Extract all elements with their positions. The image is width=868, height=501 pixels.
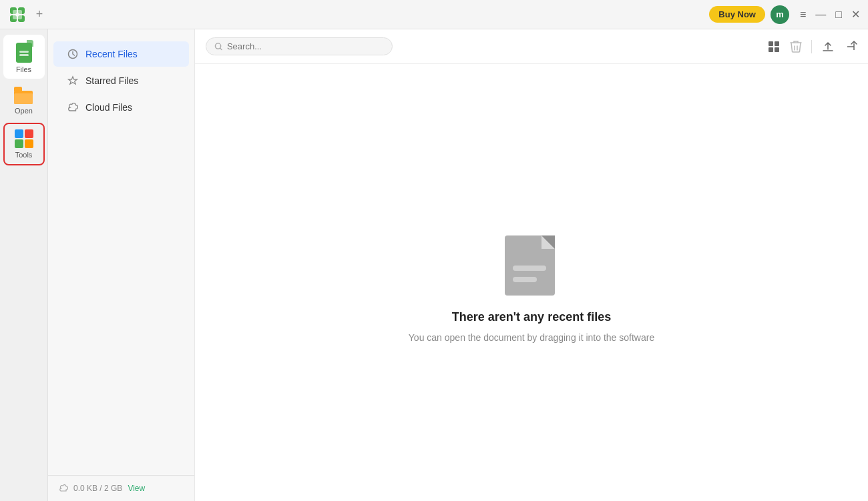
files-icon: [15, 40, 33, 63]
app-logo: [8, 5, 27, 24]
svg-rect-7: [769, 41, 773, 46]
sidebar-starred-files[interactable]: Starred Files: [53, 68, 189, 93]
files-label: Files: [16, 65, 31, 73]
sidebar-nav: Recent Files Starred Files Cloud Files: [48, 29, 194, 475]
sidebar-item-tools[interactable]: Tools: [3, 123, 45, 165]
content-toolbar: [195, 29, 868, 64]
search-input[interactable]: [227, 41, 384, 51]
sidebar: Recent Files Starred Files Cloud Files: [48, 29, 195, 501]
tools-icon: [15, 129, 33, 148]
sidebar-item-open[interactable]: Open: [3, 81, 45, 120]
content-area: There aren't any recent files You can op…: [195, 29, 868, 501]
search-box[interactable]: [206, 37, 393, 55]
view-link[interactable]: View: [128, 484, 145, 493]
storage-label: 0.0 KB / 2 GB: [73, 484, 122, 493]
add-tab-button[interactable]: +: [32, 7, 47, 22]
toolbar-actions: [767, 40, 857, 53]
cloud-files-label: Cloud Files: [85, 102, 132, 113]
empty-state: There aren't any recent files You can op…: [195, 64, 868, 501]
star-icon: [67, 75, 79, 87]
empty-title: There aren't any recent files: [452, 310, 611, 324]
sidebar-recent-files[interactable]: Recent Files: [53, 41, 189, 67]
svg-rect-15: [513, 277, 537, 282]
empty-state-icon: [498, 222, 565, 302]
user-avatar[interactable]: m: [771, 5, 789, 24]
cloud-storage-icon: [59, 484, 68, 493]
svg-rect-4: [13, 10, 22, 19]
search-icon: [214, 42, 223, 51]
open-label: Open: [15, 107, 33, 115]
share-button[interactable]: [844, 40, 857, 53]
buy-now-button[interactable]: Buy Now: [709, 6, 765, 23]
empty-subtitle: You can open the document by dragging it…: [409, 332, 654, 343]
icon-bar: Files Open Tools: [0, 29, 48, 501]
grid-view-button[interactable]: [767, 40, 781, 53]
svg-rect-8: [775, 41, 779, 46]
svg-rect-10: [775, 47, 779, 52]
title-bar: + Buy Now m ≡ — □ ✕: [0, 0, 868, 29]
trash-button[interactable]: [790, 40, 802, 53]
sidebar-cloud-files[interactable]: Cloud Files: [53, 95, 189, 120]
svg-rect-14: [513, 266, 546, 271]
upload-button[interactable]: [821, 40, 835, 53]
sidebar-item-files[interactable]: Files: [3, 35, 45, 79]
close-icon[interactable]: ✕: [851, 9, 860, 20]
svg-rect-9: [769, 47, 773, 52]
minimize-icon[interactable]: —: [815, 9, 826, 20]
cloud-icon: [67, 101, 79, 113]
clock-icon: [67, 48, 79, 60]
window-controls: ≡ — □ ✕: [800, 9, 860, 20]
maximize-icon[interactable]: □: [835, 9, 842, 20]
tools-label: Tools: [15, 151, 33, 159]
starred-files-label: Starred Files: [85, 75, 138, 86]
open-icon: [14, 87, 34, 104]
recent-files-label: Recent Files: [85, 49, 138, 59]
toolbar-divider: [811, 40, 812, 53]
menu-icon[interactable]: ≡: [800, 9, 806, 20]
main-layout: Files Open Tools: [0, 29, 868, 501]
sidebar-footer: 0.0 KB / 2 GB View: [48, 475, 194, 501]
